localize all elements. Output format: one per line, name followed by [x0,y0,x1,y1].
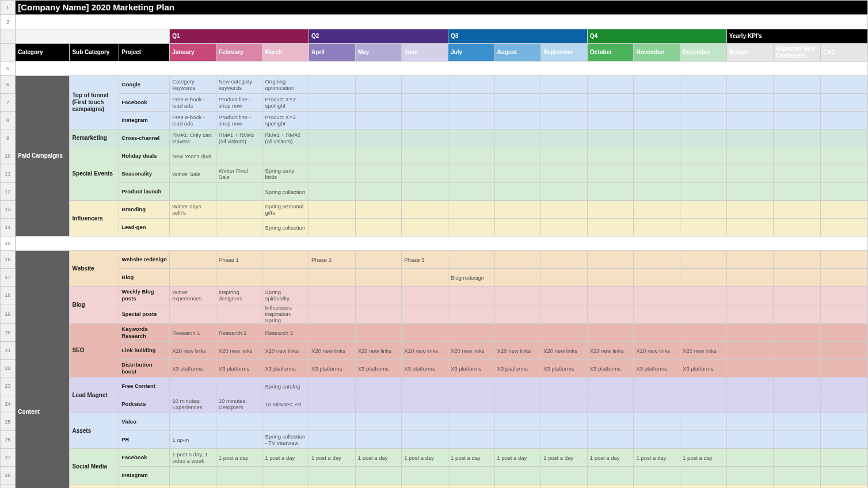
project-cell[interactable]: PR [119,431,170,449]
subcategory-cell[interactable]: Website [70,251,119,287]
kpi-cell[interactable] [821,147,868,165]
month-cell[interactable] [170,467,216,485]
month-cell[interactable] [541,201,588,219]
month-cell[interactable] [448,165,494,183]
month-cell[interactable] [402,287,448,304]
kpi-cell[interactable] [821,342,868,360]
kpi-cell[interactable] [726,112,774,129]
month-cell[interactable] [355,147,402,165]
month-cell[interactable]: 1 post a day [541,449,588,467]
kpi-cell[interactable] [821,378,868,395]
month-cell[interactable] [680,112,727,129]
month-cell[interactable] [587,201,634,219]
month-cell[interactable] [680,431,727,449]
month-cell[interactable] [634,183,680,201]
month-cell[interactable]: X3 platforms [494,360,541,378]
month-cell[interactable] [448,251,494,269]
month-cell[interactable]: Product line - shop now [216,94,262,112]
month-cell[interactable] [262,467,309,485]
kpi-cell[interactable] [726,269,774,287]
project-cell[interactable]: Keywords Research [119,324,170,342]
kpi-cell[interactable] [821,413,868,431]
month-cell[interactable]: X3 platforms [448,360,494,378]
kpi-cell[interactable] [726,183,774,201]
month-cell[interactable] [680,251,727,269]
month-cell[interactable] [541,431,588,449]
month-cell[interactable]: Research 2 [216,324,262,342]
month-cell[interactable]: X20 new links [494,342,541,360]
row-number[interactable]: 15 [1,237,16,251]
month-cell[interactable] [541,147,588,165]
month-cell[interactable] [402,201,448,219]
kpi-cell[interactable] [726,324,774,342]
month-cell[interactable] [680,183,727,201]
month-cell[interactable]: X3 platforms [309,360,356,378]
month-cell[interactable] [355,201,402,219]
month-cell[interactable] [634,324,680,342]
kpi-cell[interactable] [726,76,774,94]
month-cell[interactable] [634,165,680,183]
month-cell[interactable] [355,165,402,183]
month-cell[interactable]: Spring early birds [262,165,309,183]
month-cell[interactable] [587,431,634,449]
month-cell[interactable] [494,304,541,324]
month-cell[interactable] [587,219,634,237]
month-cell[interactable] [309,165,356,183]
project-cell[interactable]: Weekly Blog posts [119,287,170,304]
project-cell[interactable]: Link building [119,342,170,360]
month-cell[interactable] [448,147,494,165]
kpi-cell[interactable] [821,251,868,269]
month-cell[interactable] [634,76,680,94]
month-cell[interactable] [170,219,216,237]
project-cell[interactable]: Distribution boost [119,360,170,378]
month-cell[interactable] [634,395,680,413]
month-cell[interactable]: Phase 2 [309,251,356,269]
kpi-cell[interactable] [774,324,821,342]
month-cell[interactable] [309,413,356,431]
month-cell[interactable]: Influencers inspiration: Spring [262,304,309,324]
project-cell[interactable]: Instegram [119,112,170,129]
row-number[interactable]: 7 [1,94,16,112]
month-cell[interactable]: Free e-book - lead ads [170,112,216,129]
month-cell[interactable] [216,431,262,449]
month-cell[interactable] [448,467,494,485]
month-cell[interactable] [309,431,356,449]
month-cell[interactable]: Blog redesign [448,269,494,287]
month-cell[interactable] [680,378,727,395]
month-cell[interactable] [216,219,262,237]
kpi-cell[interactable] [774,219,821,237]
month-cell[interactable] [355,324,402,342]
kpi-cell[interactable] [821,304,868,324]
kpi-cell[interactable] [821,112,868,129]
kpi-cell[interactable] [774,395,821,413]
subcategory-cell[interactable]: Lead Magnet [70,378,119,413]
month-cell[interactable]: X20 new links [262,342,309,360]
month-cell[interactable] [634,413,680,431]
month-cell[interactable] [494,112,541,129]
month-cell[interactable]: X3 platforms [587,360,634,378]
month-cell[interactable]: 1 post a day [309,449,356,467]
month-cell[interactable] [541,395,588,413]
month-cell[interactable]: Spring spirituality [262,287,309,304]
month-cell[interactable] [541,324,588,342]
month-cell[interactable]: 1 post a day [680,449,727,467]
month-cell[interactable] [448,112,494,129]
kpi-cell[interactable] [821,467,868,485]
kpi-cell[interactable] [774,467,821,485]
category-cell[interactable]: Paid Campaigns [16,76,70,237]
month-cell[interactable] [402,112,448,129]
project-cell[interactable]: Product launch [119,183,170,201]
month-cell[interactable]: X20 new links [680,342,727,360]
month-cell[interactable] [541,251,588,269]
month-cell[interactable]: X3 platforms [262,360,309,378]
month-cell[interactable] [541,183,588,201]
month-cell[interactable]: X20 new links [634,342,680,360]
kpi-cell[interactable] [774,94,821,112]
month-cell[interactable]: 1 post a day [355,449,402,467]
month-cell[interactable] [448,378,494,395]
row-number[interactable]: 23 [1,378,16,395]
month-cell[interactable] [402,183,448,201]
month-cell[interactable] [541,94,588,112]
month-cell[interactable] [448,219,494,237]
month-cell[interactable] [402,467,448,485]
